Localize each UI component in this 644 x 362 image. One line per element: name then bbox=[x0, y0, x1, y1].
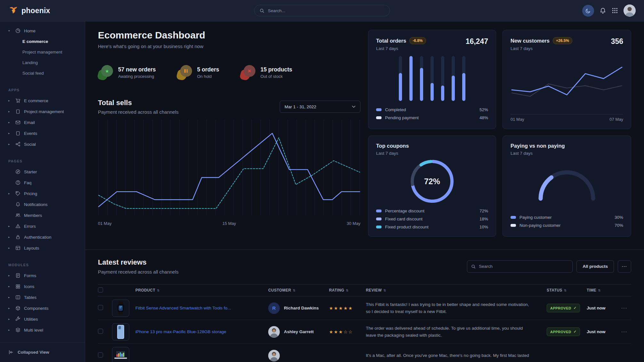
all-products-filter-button[interactable]: All products bbox=[576, 260, 614, 273]
sidebar-item-utilities[interactable]: ▸Utilities bbox=[0, 314, 85, 325]
review-row: iPhone 13 pro max-Pacific Blue-128GB sto… bbox=[98, 320, 631, 344]
product-link[interactable]: iPhone 13 pro max-Pacific Blue-128GB sto… bbox=[135, 329, 268, 334]
theme-toggle-button[interactable] bbox=[582, 5, 594, 17]
paying-period: Last 7 days bbox=[511, 151, 565, 156]
apps-grid-button[interactable] bbox=[612, 7, 618, 14]
x-badge-icon: × bbox=[240, 65, 255, 80]
column-label: RATING bbox=[329, 288, 344, 292]
customer-photo-avatar[interactable] bbox=[268, 350, 280, 361]
row-checkbox[interactable] bbox=[98, 352, 103, 358]
share-icon bbox=[15, 142, 21, 147]
legend-item-pending-payment: Pending payment48% bbox=[376, 114, 488, 122]
reviews-search[interactable] bbox=[467, 260, 573, 273]
sidebar-item-starter[interactable]: Starter bbox=[0, 166, 85, 177]
sidebar-item-layouts[interactable]: ▸Layouts bbox=[0, 243, 85, 253]
lock-icon bbox=[15, 234, 21, 240]
sidebar-item-social[interactable]: ▸Social bbox=[0, 139, 85, 150]
sidebar-item-e-commerce[interactable]: ▸E commerce bbox=[0, 95, 85, 106]
sidebar-item-label: Project management bbox=[24, 109, 64, 114]
column-header-rating[interactable]: RATING⇅ bbox=[329, 288, 366, 292]
column-header-time[interactable]: TIME⇅ bbox=[587, 288, 617, 292]
chevron-down-icon bbox=[352, 105, 356, 108]
total-orders-value: 16,247 bbox=[466, 37, 488, 46]
sidebar-item-project-management[interactable]: ▸Project management bbox=[0, 106, 85, 117]
paying-vs-nonpaying-card: Paying vs non paying Last 7 days Paying … bbox=[503, 136, 631, 237]
sidebar-item-pricing[interactable]: ▸Pricing bbox=[0, 188, 85, 199]
top-coupons-legend: Percentage discount72%Fixed card discoun… bbox=[376, 207, 488, 231]
legend-value: 18% bbox=[479, 217, 488, 221]
column-header-review[interactable]: REVIEW⇅ bbox=[366, 288, 547, 292]
total-orders-title: Total orders bbox=[376, 38, 406, 44]
sidebar-item-email[interactable]: ▸Email bbox=[0, 117, 85, 128]
stat-circle bbox=[180, 65, 192, 77]
row-checkbox[interactable] bbox=[98, 305, 103, 310]
column-header-product[interactable]: PRODUCT⇅ bbox=[135, 288, 268, 292]
sidebar-item-forms[interactable]: ▸Forms bbox=[0, 270, 85, 281]
sidebar-item-label: Faq bbox=[24, 180, 31, 185]
sidebar-item-icons[interactable]: ▸Icons bbox=[0, 281, 85, 292]
caret-right-icon: ▸ bbox=[8, 296, 12, 299]
total-sells-title: Total sells bbox=[98, 99, 179, 107]
customer-initial-avatar[interactable]: R bbox=[268, 302, 280, 314]
sidebar-item-components[interactable]: ▸Components bbox=[0, 303, 85, 314]
column-label: TIME bbox=[587, 288, 596, 292]
sidebar-subitem-landing[interactable]: Landing bbox=[0, 57, 85, 68]
total-orders-period: Last 7 days bbox=[376, 46, 426, 51]
row-actions-button[interactable]: ··· bbox=[617, 305, 631, 311]
select-all-checkbox[interactable] bbox=[98, 287, 103, 292]
sidebar-item-multi-level[interactable]: ▸Multi level bbox=[0, 325, 85, 335]
product-thumbnail-laptop[interactable] bbox=[112, 347, 129, 362]
navbar-actions bbox=[582, 4, 636, 17]
caret-right-icon: ▸ bbox=[8, 99, 12, 102]
legend-item-paying-customer: Paying customer30% bbox=[511, 213, 623, 221]
sidebar-item-label: Multi level bbox=[24, 328, 43, 333]
total-orders-legend: Completed52%Pending payment48% bbox=[376, 106, 488, 122]
sidebar-subitem-social-feed[interactable]: Social feed bbox=[0, 68, 85, 78]
sidebar-item-label: E commerce bbox=[24, 98, 48, 103]
review-row: It's a Mac, after all. Once you've gone … bbox=[98, 344, 631, 362]
sidebar-item-faq[interactable]: Faq bbox=[0, 177, 85, 188]
cart-icon bbox=[15, 98, 21, 103]
sidebar-subitem-project-management[interactable]: Project management bbox=[0, 47, 85, 57]
sidebar-item-authentication[interactable]: ▸Authentication bbox=[0, 232, 85, 243]
sidebar-subitem-e-commerce[interactable]: E commerce bbox=[0, 36, 85, 47]
product-thumbnail-watch[interactable] bbox=[112, 300, 129, 317]
caret-right-icon: ▸ bbox=[8, 274, 12, 277]
sidebar-item-members[interactable]: Members bbox=[0, 210, 85, 221]
sidebar-item-label: Email bbox=[24, 120, 35, 125]
legend-label: Non-paying customer bbox=[519, 223, 560, 228]
sidebar-item-label: Members bbox=[24, 213, 42, 218]
row-checkbox[interactable] bbox=[98, 329, 103, 334]
sidebar-item-label: Forms bbox=[24, 273, 36, 278]
customer-photo-avatar[interactable] bbox=[268, 326, 280, 338]
column-header-status[interactable]: STATUS⇅ bbox=[547, 288, 587, 292]
sidebar-item-tables[interactable]: ▸Tables bbox=[0, 292, 85, 303]
stats-row: ★57 new ordersAwating processing5 orders… bbox=[98, 65, 360, 80]
sidebar-item-errors[interactable]: ▸Errors bbox=[0, 221, 85, 232]
global-search[interactable] bbox=[254, 5, 390, 16]
sidebar-item-home[interactable]: ▾Home bbox=[0, 25, 85, 36]
collapse-sidebar-button[interactable]: Collapsed View bbox=[0, 342, 85, 362]
row-actions-button[interactable]: ··· bbox=[617, 329, 631, 335]
product-thumbnail-phone[interactable] bbox=[112, 323, 129, 341]
caret-down-icon: ▾ bbox=[8, 29, 12, 32]
column-label: STATUS bbox=[547, 288, 562, 292]
search-input[interactable] bbox=[268, 8, 384, 13]
x-axis-label: 01 May bbox=[511, 117, 524, 122]
stat-on-hold: 5 ordersOn hold bbox=[177, 65, 219, 80]
user-avatar[interactable] bbox=[624, 4, 636, 17]
date-range-select[interactable]: Mar 1 - 31, 2022 bbox=[280, 101, 360, 113]
reviews-more-button[interactable]: ··· bbox=[618, 260, 631, 273]
new-customers-period: Last 7 days bbox=[511, 46, 572, 51]
sidebar-item-notifications[interactable]: Notifications bbox=[0, 199, 85, 210]
tag-icon bbox=[15, 191, 21, 196]
stat-label: Awating processing bbox=[118, 74, 156, 79]
sidebar-item-label: Starter bbox=[24, 169, 37, 174]
column-header-customer[interactable]: CUSTOMER⇅ bbox=[268, 288, 329, 292]
notifications-button[interactable] bbox=[600, 7, 606, 14]
product-link[interactable]: Fitbit Sense Advanced Smartwatch with To… bbox=[135, 306, 268, 310]
sidebar-item-events[interactable]: ▸Events bbox=[0, 128, 85, 139]
order-bar-fill bbox=[409, 56, 413, 101]
reviews-search-input[interactable] bbox=[479, 264, 568, 269]
brand-logo[interactable]: phoenix bbox=[8, 6, 50, 16]
